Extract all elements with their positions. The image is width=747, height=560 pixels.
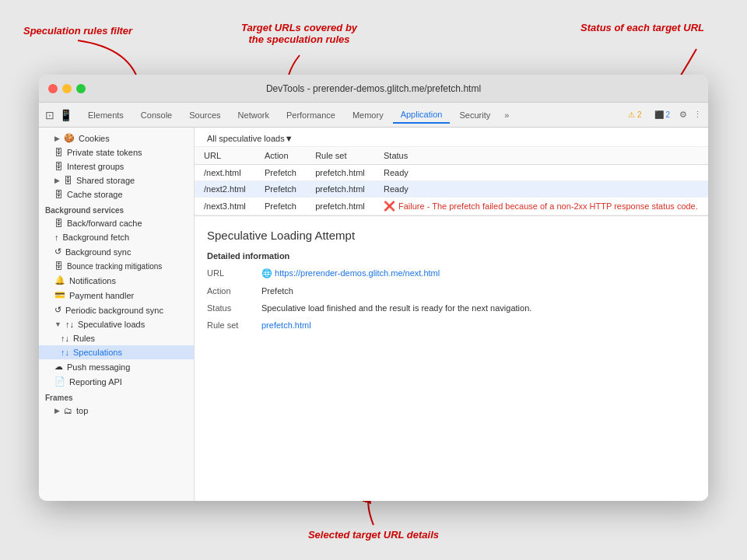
shared-storage-icon: 🗄 (64, 176, 72, 185)
speculations-icon: ↑↓ (61, 348, 69, 357)
table-row[interactable]: /next.htmlPrefetchprefetch.htmlReady (195, 165, 708, 181)
sidebar-item-interest-groups[interactable]: 🗄 Interest groups (39, 159, 194, 173)
tab-console[interactable]: Console (133, 107, 180, 123)
sidebar-item-cache-storage[interactable]: 🗄 Cache storage (39, 187, 194, 201)
bg-sync-icon: ↺ (54, 247, 61, 257)
interest-icon: 🗄 (54, 162, 63, 171)
tab-sources[interactable]: Sources (181, 107, 228, 123)
cell-status: Ready (374, 165, 708, 181)
chevron-right-icon: ▶ (54, 135, 60, 142)
inspect-icon[interactable]: ⊡ (45, 109, 54, 121)
annotation-status: Status of each target URL (580, 22, 704, 33)
frames-title: Frames (39, 389, 194, 404)
tab-performance[interactable]: Performance (279, 107, 343, 123)
main-content: ▶ 🍪 Cookies 🗄 Private state tokens 🗄 Int… (39, 128, 708, 501)
bounce-icon: 🗄 (54, 261, 63, 271)
sidebar-item-bounce-tracking[interactable]: 🗄 Bounce tracking mitigations (39, 259, 194, 273)
tab-more[interactable]: » (500, 107, 514, 123)
frame-icon: 🗂 (64, 406, 72, 415)
sidebar-item-private-state[interactable]: 🗄 Private state tokens (39, 145, 194, 159)
cell-status: ❌Failure - The prefetch failed because o… (374, 198, 708, 215)
error-icon: ❌ (384, 201, 395, 212)
payment-icon: 💳 (54, 290, 65, 300)
cell-url: /next3.html (195, 198, 255, 215)
table-row[interactable]: /next3.htmlPrefetchprefetch.html❌Failure… (195, 198, 708, 215)
cell-url: /next.html (195, 165, 255, 181)
sidebar-item-reporting-api[interactable]: 📄 Reporting API (39, 374, 194, 389)
maximize-button[interactable] (76, 84, 86, 93)
detail-value-url: 🌐 https://prerender-demos.glitch.me/next… (261, 268, 696, 278)
detail-panel: Speculative Loading Attempt Detailed inf… (195, 216, 708, 501)
cell-ruleset: prefetch.html (306, 198, 374, 215)
chevron-down-icon: ▼ (54, 320, 61, 328)
detail-value-action: Prefetch (261, 286, 696, 296)
annotation-target-urls: Target URLs covered by the speculation r… (241, 22, 357, 45)
detail-row-ruleset: Rule set prefetch.html (207, 320, 696, 330)
info-badge: ⬛ 2 (651, 110, 673, 120)
all-loads-label[interactable]: All speculative loads▼ (207, 134, 293, 143)
cell-action: Prefetch (255, 165, 306, 181)
tab-bar: ⊡ 📱 Elements Console Sources Network Per… (39, 103, 708, 128)
sidebar-item-notifications[interactable]: 🔔 Notifications (39, 273, 194, 288)
detail-title: Speculative Loading Attempt (207, 229, 696, 242)
sidebar-item-top[interactable]: ▶ 🗂 top (39, 404, 194, 418)
reporting-icon: 📄 (54, 376, 65, 387)
detail-label-status: Status (207, 303, 261, 313)
cell-status: Ready (374, 181, 708, 198)
col-url: URL (195, 147, 255, 165)
sidebar-item-bfcache[interactable]: 🗄 Back/forward cache (39, 216, 194, 230)
sidebar-item-cookies[interactable]: ▶ 🍪 Cookies (39, 131, 194, 145)
settings-icon[interactable]: ⚙ (679, 110, 687, 120)
col-ruleset: Rule set (306, 147, 374, 165)
traffic-lights (48, 84, 86, 93)
sidebar-item-payment[interactable]: 💳 Payment handler (39, 288, 194, 303)
notifications-icon: 🔔 (54, 275, 65, 285)
chevron-right-icon2: ▶ (54, 177, 60, 184)
annotation-selected-details: Selected target URL details (308, 529, 439, 541)
globe-icon: 🌐 (261, 268, 272, 278)
speculative-icon: ↑↓ (65, 320, 74, 329)
warning-badge: ⚠ 2 (625, 110, 644, 120)
detail-url-link[interactable]: https://prerender-demos.glitch.me/next.h… (275, 268, 440, 278)
window-title: DevTools - prerender-demos.glitch.me/pre… (266, 83, 481, 94)
sidebar-item-shared-storage[interactable]: ▶ 🗄 Shared storage (39, 173, 194, 187)
tab-network[interactable]: Network (230, 107, 277, 123)
detail-ruleset-link[interactable]: prefetch.html (261, 320, 311, 330)
detail-value-ruleset: prefetch.html (261, 320, 696, 330)
devtools-icons: ⊡ 📱 (45, 109, 72, 121)
bg-services-title: Background services (39, 201, 194, 216)
table-area: URL Action Rule set Status /next.htmlPre… (195, 147, 708, 216)
minimize-button[interactable] (62, 84, 72, 93)
detail-row-url: URL 🌐 https://prerender-demos.glitch.me/… (207, 268, 696, 278)
mobile-icon[interactable]: 📱 (59, 109, 72, 121)
table-row[interactable]: /next2.htmlPrefetchprefetch.htmlReady (195, 181, 708, 198)
push-icon: ☁ (54, 362, 63, 372)
tab-elements[interactable]: Elements (80, 107, 132, 123)
chevron-right-icon3: ▶ (54, 407, 60, 415)
detail-row-status: Status Speculative load finished and the… (207, 303, 696, 313)
more-icon[interactable]: ⋮ (693, 110, 702, 120)
sidebar-item-bg-sync[interactable]: ↺ Background sync (39, 244, 194, 259)
periodic-sync-icon: ↺ (54, 305, 61, 315)
cell-url: /next2.html (195, 181, 255, 198)
tab-memory[interactable]: Memory (345, 107, 391, 123)
sidebar-item-periodic-sync[interactable]: ↺ Periodic background sync (39, 303, 194, 317)
tab-application[interactable]: Application (393, 107, 451, 124)
col-status: Status (374, 147, 708, 165)
tab-security[interactable]: Security (451, 107, 498, 123)
sidebar-item-bg-fetch[interactable]: ↑ Background fetch (39, 230, 194, 244)
detail-section-title: Detailed information (207, 251, 696, 261)
sidebar: ▶ 🍪 Cookies 🗄 Private state tokens 🗄 Int… (39, 128, 195, 501)
panel: All speculative loads▼ URL Action Rule s… (195, 128, 708, 501)
sidebar-item-push-messaging[interactable]: ☁ Push messaging (39, 359, 194, 374)
detail-row-action: Action Prefetch (207, 286, 696, 296)
sidebar-item-rules[interactable]: ↑↓ Rules (39, 331, 194, 345)
sidebar-item-speculations[interactable]: ↑↓ Speculations (39, 345, 194, 359)
sidebar-item-speculative-loads[interactable]: ▼ ↑↓ Speculative loads (39, 317, 194, 331)
close-button[interactable] (48, 84, 58, 93)
bfcache-icon: 🗄 (54, 219, 63, 228)
cell-action: Prefetch (255, 198, 306, 215)
annotation-speculation-filter: Speculation rules filter (23, 25, 132, 37)
detail-value-status: Speculative load finished and the result… (261, 303, 696, 313)
private-state-icon: 🗄 (54, 148, 63, 157)
